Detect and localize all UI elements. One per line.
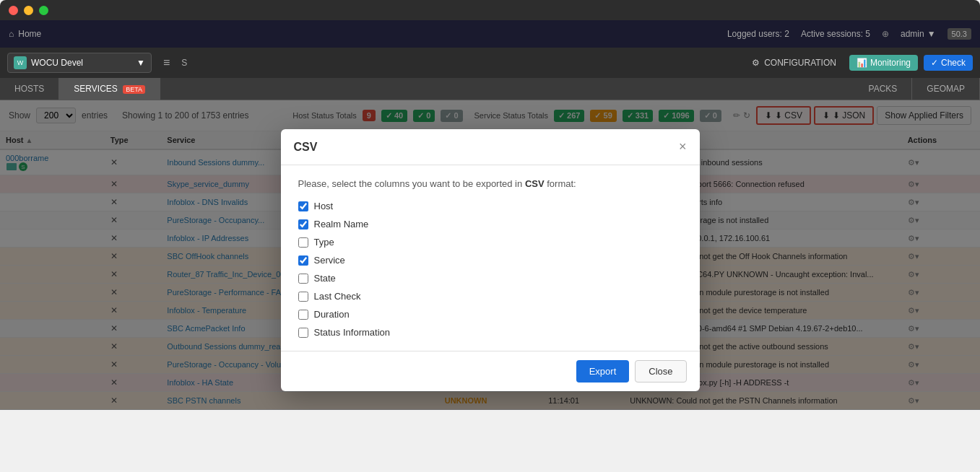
checkbox-row: Duration <box>298 309 682 320</box>
checkbox-row: Service <box>298 255 682 266</box>
version-badge: 50.3 <box>948 28 971 40</box>
checkbox-label: Status Information <box>314 327 391 338</box>
home-icon: ⌂ <box>9 29 14 39</box>
checkbox-label: Realm Name <box>314 219 369 230</box>
checkbox-grid: Host Realm Name Type Service State Last … <box>298 201 682 338</box>
checkbox-row: Status Information <box>298 327 682 338</box>
logged-users: Logged users: 2 <box>727 29 789 39</box>
main-content: Show 200 50 100 entries Showing 1 to 200… <box>0 100 980 410</box>
checkbox-status-information[interactable] <box>298 328 308 338</box>
checkbox-label: Host <box>314 201 334 211</box>
config-label: CONFIGURATION <box>764 58 836 68</box>
maximize-window-button[interactable] <box>39 6 48 15</box>
checkbox-label: Service <box>314 255 345 266</box>
modal-title: CSV <box>294 141 318 154</box>
modal-description: Please, select the columns you want to b… <box>298 178 682 189</box>
checkbox-row: State <box>298 273 682 284</box>
checkbox-state[interactable] <box>298 274 308 284</box>
export-button[interactable]: Export <box>576 360 630 383</box>
home-label: Home <box>18 29 41 39</box>
realm-logo: W <box>14 56 27 69</box>
checkbox-row: Last Check <box>298 291 682 302</box>
check-label: Check <box>941 58 966 68</box>
minimize-window-button[interactable] <box>24 6 33 15</box>
services-beta-badge: BETA <box>123 85 145 94</box>
realm-chevron-icon: ▼ <box>136 58 145 68</box>
modal-header: CSV × <box>281 129 700 165</box>
modal-footer: Export Close <box>281 351 700 391</box>
nav-menu-button[interactable]: ≡ <box>157 53 175 72</box>
modal-body: Please, select the columns you want to b… <box>281 165 700 351</box>
tab-geomap[interactable]: GEOMAP <box>912 78 980 100</box>
home-link[interactable]: ⌂ Home <box>9 29 41 39</box>
check-icon: ✓ <box>931 58 938 68</box>
gear-icon: ⚙ <box>752 58 760 68</box>
chevron-down-icon: ▼ <box>927 29 936 39</box>
checkbox-last-check[interactable] <box>298 292 308 302</box>
csv-modal: CSV × Please, select the columns you wan… <box>281 129 700 391</box>
tab-bar: HOSTS SERVICES BETA PACKS GEOMAP <box>0 78 980 100</box>
sub-nav: W WOCU Devel ▼ ≡ S ⚙ CONFIGURATION 📊 Mon… <box>0 48 980 78</box>
checkbox-service[interactable] <box>298 255 308 266</box>
realm-name: WOCU Devel <box>31 58 83 68</box>
check-button[interactable]: ✓ Check <box>924 55 973 71</box>
admin-label: admin <box>901 29 924 39</box>
help-icon: ⊕ <box>882 29 889 39</box>
modal-close-button[interactable]: × <box>679 139 687 154</box>
top-nav: ⌂ Home Logged users: 2 Active sessions: … <box>0 20 980 48</box>
checkbox-label: State <box>314 273 336 284</box>
tab-packs[interactable]: PACKS <box>854 78 913 100</box>
nav-search-label: S <box>181 58 187 68</box>
active-sessions: Active sessions: 5 <box>801 29 870 39</box>
checkbox-realm-name[interactable] <box>298 219 308 230</box>
monitoring-icon: 📊 <box>857 58 867 68</box>
checkbox-label: Type <box>314 237 334 248</box>
close-window-button[interactable] <box>9 6 18 15</box>
tab-services[interactable]: SERVICES BETA <box>59 78 160 100</box>
nav-right: Logged users: 2 Active sessions: 5 ⊕ adm… <box>727 28 971 40</box>
checkbox-label: Last Check <box>314 291 361 302</box>
checkbox-label: Duration <box>314 309 350 320</box>
checkbox-row: Realm Name <box>298 219 682 230</box>
checkbox-type[interactable] <box>298 237 308 248</box>
realm-selector[interactable]: W WOCU Devel ▼ <box>7 53 152 73</box>
checkbox-host[interactable] <box>298 201 308 211</box>
configuration-button[interactable]: ⚙ CONFIGURATION <box>745 55 844 71</box>
checkbox-row: Type <box>298 237 682 248</box>
checkbox-duration[interactable] <box>298 310 308 320</box>
tab-hosts[interactable]: HOSTS <box>0 78 59 100</box>
modal-overlay: CSV × Please, select the columns you wan… <box>0 100 980 410</box>
window-chrome <box>0 0 980 20</box>
admin-dropdown[interactable]: admin ▼ <box>901 29 936 39</box>
monitoring-label: Monitoring <box>870 58 911 68</box>
modal-close-footer-button[interactable]: Close <box>635 360 686 383</box>
checkbox-row: Host <box>298 201 682 211</box>
monitoring-button[interactable]: 📊 Monitoring <box>849 55 918 71</box>
